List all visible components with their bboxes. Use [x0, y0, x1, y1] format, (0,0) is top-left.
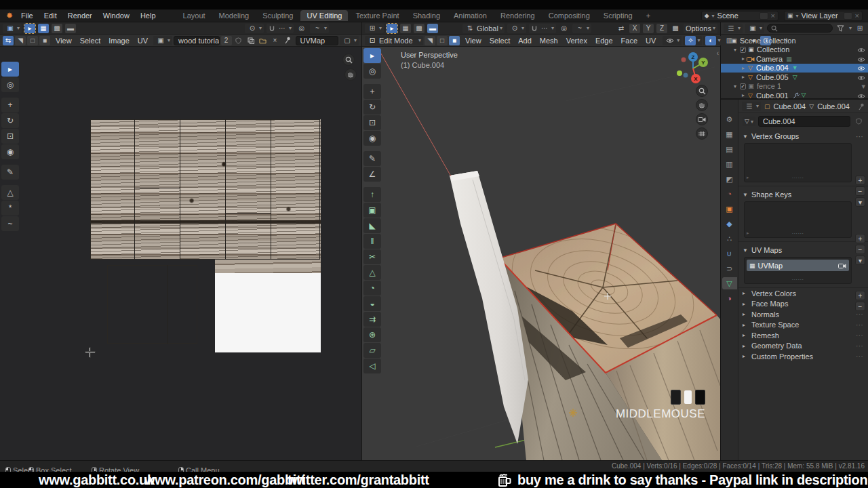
- grab-tool[interactable]: *: [1, 201, 19, 216]
- tab-world[interactable]: ◔: [722, 188, 737, 200]
- pin-id-icon[interactable]: [858, 102, 865, 110]
- transform-orientation-dropdown[interactable]: ⇅Global▾: [462, 24, 505, 33]
- eye-visibility-icon[interactable]: [857, 45, 865, 54]
- vp-snap-dropdown[interactable]: ⋯▾: [529, 24, 556, 33]
- navigation-gizmo[interactable]: Z Y X: [677, 51, 709, 86]
- tab-physics[interactable]: ∪: [722, 247, 737, 260]
- rip-region-tool[interactable]: ◁: [363, 359, 381, 373]
- loop-cut-tool[interactable]: ‖: [363, 234, 381, 249]
- uv-proportional-edit-toggle[interactable]: ◎: [296, 24, 307, 33]
- tab-+[interactable]: +: [640, 10, 656, 21]
- tab-sculpting[interactable]: Sculpting: [256, 10, 299, 21]
- new-collection-button[interactable]: ⊞: [854, 24, 865, 33]
- overlays-dropdown[interactable]: ◐▾: [703, 36, 722, 45]
- show-object-types-dropdown[interactable]: ▾: [663, 36, 682, 45]
- panel-header-normals[interactable]: ▸Normals⋯: [738, 309, 868, 320]
- tab-object[interactable]: ▣: [722, 203, 737, 215]
- poly-build-tool[interactable]: △: [363, 265, 381, 280]
- remove-view-layer-button[interactable]: ×: [855, 12, 859, 20]
- eye-visibility-icon[interactable]: [857, 92, 865, 100]
- fake-user-shield-icon[interactable]: [233, 36, 244, 45]
- breadcrumb-object[interactable]: Cube.004: [774, 102, 806, 110]
- mirror-icon[interactable]: ⇄: [616, 24, 627, 33]
- filter-dropdown[interactable]: ▾: [849, 25, 852, 31]
- uv-image-users-count[interactable]: 2: [221, 36, 232, 45]
- smooth-tool[interactable]: ◒: [363, 296, 381, 311]
- eye-visibility-icon[interactable]: [857, 55, 865, 63]
- outliner-row-scene-collection[interactable]: ▣Scene Collection: [721, 36, 868, 45]
- shape-key-specials-dropdown[interactable]: ▾: [855, 256, 865, 265]
- vp-menu-edge[interactable]: Edge: [591, 36, 617, 45]
- panel-header-vertex-groups[interactable]: ▼Vertex Groups⋯: [738, 131, 868, 142]
- uv-menu-view[interactable]: View: [52, 36, 76, 45]
- filter-funnel-icon[interactable]: [835, 24, 846, 33]
- tab-layout[interactable]: Layout: [177, 10, 212, 21]
- tab-tool[interactable]: ⚙: [722, 113, 737, 125]
- select-box-tool[interactable]: ▸: [363, 48, 381, 63]
- scale-tool[interactable]: ⊡: [1, 129, 19, 144]
- uv-sync-selection-toggle[interactable]: ⇆: [3, 36, 14, 45]
- vp-pivot-dropdown[interactable]: ⊙▾: [507, 24, 526, 33]
- scene-selector[interactable]: ◆▾ Scene ×: [701, 11, 778, 21]
- tab-scene[interactable]: ◩: [722, 173, 737, 185]
- menu-render[interactable]: Render: [63, 10, 97, 21]
- outliner-row-collection[interactable]: ▾✓▣Collection: [721, 45, 868, 55]
- camera-view-icon[interactable]: [696, 113, 708, 125]
- uv-image-browse-dropdown[interactable]: ▣▾: [153, 36, 172, 45]
- vp-menu-view[interactable]: View: [461, 36, 486, 45]
- panel-options-icon[interactable]: ⋯: [856, 321, 864, 329]
- add-uvmap-button[interactable]: +: [855, 291, 865, 300]
- vp-active-tool-button[interactable]: ▸: [387, 24, 397, 33]
- spin-tool[interactable]: ◔: [363, 281, 381, 296]
- select-mode-edge-button[interactable]: □: [437, 36, 448, 45]
- outliner-display-mode-dropdown[interactable]: ▣▾: [745, 24, 764, 33]
- tab-modeling[interactable]: Modeling: [213, 10, 256, 21]
- uv-menu-uv[interactable]: UV: [134, 36, 152, 45]
- menu-file[interactable]: File: [16, 10, 38, 21]
- rotate-tool[interactable]: ↻: [1, 113, 19, 128]
- knife-tool[interactable]: ✂: [363, 249, 381, 264]
- outliner-row-camera[interactable]: ▸Camera▦: [721, 54, 868, 64]
- panel-header-custom-properties[interactable]: ▸Custom Properties⋯: [738, 351, 868, 362]
- uv-snap-dropdown[interactable]: ⋯▾: [267, 24, 294, 33]
- expand-icon[interactable]: ▾: [732, 47, 738, 53]
- outliner-row-cube-004[interactable]: ▸▽Cube.004▼: [721, 64, 868, 73]
- vp-editor-type-dropdown[interactable]: ⊞▾: [365, 24, 384, 33]
- tab-object-data[interactable]: ▽: [722, 277, 737, 289]
- mesh-id-dropdown[interactable]: ▽▾: [743, 117, 755, 126]
- expand-icon[interactable]: ▸: [740, 74, 747, 80]
- panel-header-vertex-colors[interactable]: ▸Vertex Colors⋯: [738, 288, 868, 299]
- menu-edit[interactable]: Edit: [39, 10, 62, 21]
- bevel-tool[interactable]: ◣: [363, 218, 381, 233]
- uv-selectmode-edge[interactable]: □: [27, 36, 38, 45]
- vp-menu-vertex[interactable]: Vertex: [562, 36, 591, 45]
- mode-selector[interactable]: ⊡Edit Mode▾: [365, 36, 423, 45]
- uv-selectmode-vertex[interactable]: ◥: [15, 36, 26, 45]
- uv-select-mode-vertex[interactable]: ▦: [38, 24, 49, 33]
- mesh-name-field[interactable]: Cube.004: [758, 116, 850, 127]
- collection-checkbox[interactable]: ✓: [740, 83, 746, 89]
- viewport-canvas[interactable]: ▸◎+↻⊡◉✎∠↑▣◣‖✂△◔◒⇉⊛▱◁: [362, 47, 720, 460]
- tab-particles[interactable]: ∴: [722, 232, 737, 245]
- tab-scripting[interactable]: Scripting: [597, 10, 639, 21]
- select-mode-face-button[interactable]: ■: [449, 36, 460, 45]
- new-scene-button[interactable]: [760, 12, 768, 20]
- vp-menu-add[interactable]: Add: [514, 36, 536, 45]
- tab-rendering[interactable]: Rendering: [494, 10, 541, 21]
- expand-icon[interactable]: ▾: [732, 83, 738, 89]
- outliner-row-cube-001[interactable]: ▸▽Cube.001 ▽: [721, 91, 868, 100]
- shear-tool[interactable]: ▱: [363, 343, 381, 358]
- search-input[interactable]: [767, 24, 833, 33]
- move-tool[interactable]: +: [1, 98, 19, 113]
- eye-visibility-icon[interactable]: [857, 64, 865, 72]
- unlink-scene-button[interactable]: ×: [771, 12, 775, 20]
- outliner-type-dropdown[interactable]: ☰▾: [724, 24, 743, 33]
- open-image-button[interactable]: [258, 36, 269, 45]
- tab-modifiers[interactable]: ◆: [722, 218, 737, 230]
- menu-window[interactable]: Window: [98, 10, 134, 21]
- remove-vertex-group-button[interactable]: −: [855, 186, 865, 196]
- uv-pivot-dropdown[interactable]: ⊙▾: [245, 24, 264, 33]
- select-box-tool[interactable]: ▸: [1, 62, 19, 77]
- outliner-row-fence-1[interactable]: ▾✓▣fence 1▾: [721, 82, 868, 92]
- relax-tool[interactable]: ~: [1, 216, 19, 231]
